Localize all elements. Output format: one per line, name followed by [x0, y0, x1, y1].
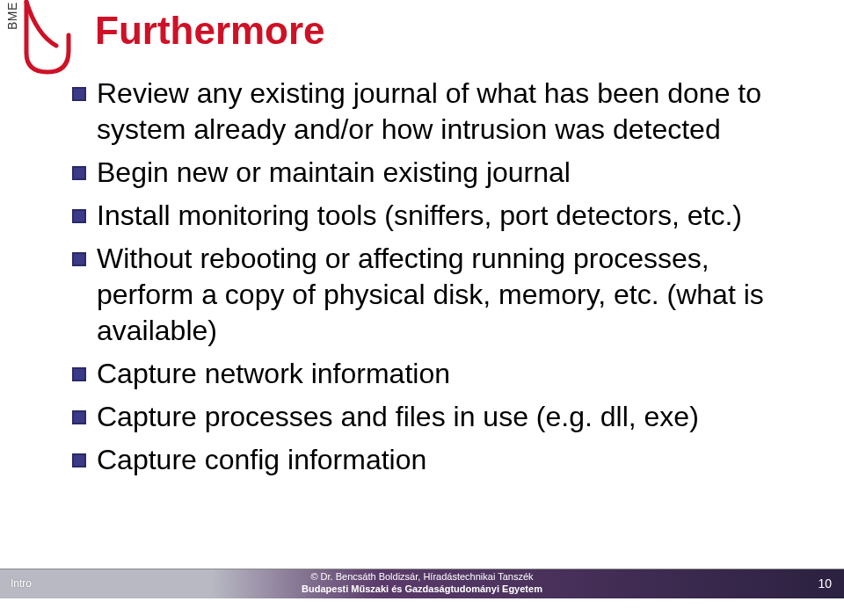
bullet-text: Capture network information: [97, 356, 450, 392]
list-item: Capture config information: [70, 442, 782, 478]
list-item: Without rebooting or affecting running p…: [70, 241, 782, 349]
bullet-text: Without rebooting or affecting running p…: [97, 241, 782, 349]
list-item: Review any existing journal of what has …: [70, 76, 782, 148]
bullet-list: Review any existing journal of what has …: [70, 76, 782, 485]
list-item: Install monitoring tools (sniffers, port…: [70, 198, 782, 234]
bme-logo-icon: [21, 0, 76, 77]
svg-rect-7: [74, 254, 84, 265]
svg-rect-3: [74, 168, 84, 178]
list-item: Capture processes and files in use (e.g.…: [70, 399, 782, 435]
logo-area: BME: [5, 0, 76, 77]
square-bullet-icon: [70, 85, 88, 103]
bme-label: BME: [5, 2, 19, 30]
square-bullet-icon: [70, 452, 88, 469]
footer-attribution: © Dr. Bencsáth Boldizsár, Híradástechnik…: [0, 571, 844, 596]
bullet-text: Review any existing journal of what has …: [97, 76, 782, 148]
list-item: Begin new or maintain existing journal: [70, 155, 782, 191]
square-bullet-icon: [70, 409, 88, 426]
svg-rect-5: [74, 211, 84, 221]
svg-rect-9: [74, 369, 84, 380]
bullet-text: Begin new or maintain existing journal: [97, 155, 571, 191]
svg-rect-1: [74, 89, 84, 99]
footer: Intro © Dr. Bencsáth Boldizsár, Híradást…: [0, 569, 844, 598]
page-number: 10: [818, 576, 832, 591]
square-bullet-icon: [70, 366, 88, 383]
list-item: Capture network information: [70, 356, 782, 392]
bullet-text: Install monitoring tools (sniffers, port…: [97, 198, 742, 234]
footer-author: © Dr. Bencsáth Boldizsár, Híradástechnik…: [0, 571, 844, 583]
slide: BME Furthermore Review any existing jour…: [0, 0, 844, 616]
svg-rect-11: [74, 412, 84, 423]
slide-title: Furthermore: [95, 9, 325, 53]
square-bullet-icon: [70, 164, 88, 182]
svg-rect-13: [74, 455, 84, 466]
square-bullet-icon: [70, 250, 88, 268]
square-bullet-icon: [70, 207, 88, 225]
bullet-text: Capture config information: [97, 442, 426, 478]
footer-institution: Budapesti Műszaki és Gazdaságtudományi E…: [0, 583, 844, 596]
bullet-text: Capture processes and files in use (e.g.…: [97, 399, 699, 435]
